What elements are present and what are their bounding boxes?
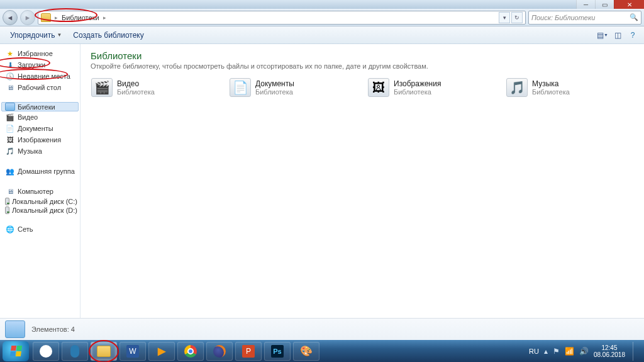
library-item[interactable]: 🎵МузыкаБиблиотека xyxy=(506,76,619,99)
organize-label: Упорядочить xyxy=(10,31,55,40)
taskbar-app-photoshop[interactable]: Ps xyxy=(264,342,291,361)
taskbar-app-yandex[interactable] xyxy=(33,342,59,361)
sidebar-favorites[interactable]: ★Избранное xyxy=(1,48,79,59)
command-toolbar: Упорядочить ▼ Создать библиотеку ▤▼ ◫ ? xyxy=(0,26,644,44)
tray-volume-icon[interactable]: 🔊 xyxy=(579,347,589,356)
explorer-window: ─ ▭ ✕ ◄ ► ▸ Библиотеки ▸ ▾ ↻ Поиск: Библ… xyxy=(0,0,644,340)
nav-back-button[interactable]: ◄ xyxy=(3,10,18,25)
search-placeholder: Поиск: Библиотеки xyxy=(531,14,595,21)
breadcrumb-sep-icon: ▸ xyxy=(103,14,106,21)
documents-label: Документы xyxy=(18,125,53,132)
downloads-label: Загрузки xyxy=(18,61,45,69)
library-item[interactable]: 🎬ВидеоБиблиотека xyxy=(91,76,204,99)
library-item[interactable]: 🖼ИзображенияБиблиотека xyxy=(367,76,480,99)
sidebar-recent[interactable]: 🕓Недавние места xyxy=(1,71,79,82)
search-icon: 🔍 xyxy=(630,13,638,21)
address-dropdown-button[interactable]: ▾ xyxy=(499,12,510,23)
star-icon: ★ xyxy=(5,48,15,59)
library-item-name: Музыка xyxy=(532,79,570,88)
library-item-sub: Библиотека xyxy=(255,88,294,96)
download-icon: ⬇ xyxy=(5,60,15,70)
library-icon: 🎬 xyxy=(91,76,113,99)
paint-icon: 🎨 xyxy=(300,345,313,357)
system-tray: RU ▴ ⚑ 📶 🔊 12:45 08.06.2018 xyxy=(529,342,641,361)
nav-forward-button[interactable]: ► xyxy=(20,10,35,25)
libraries-icon xyxy=(41,13,51,22)
refresh-button[interactable]: ↻ xyxy=(511,12,523,23)
status-icon xyxy=(5,320,25,338)
taskbar-app-firefox[interactable] xyxy=(206,342,233,361)
organize-button[interactable]: Упорядочить ▼ xyxy=(5,30,67,41)
content-pane: Библиотеки Откройте библиотеку, чтобы пр… xyxy=(80,44,644,318)
desktop-label: Рабочий стол xyxy=(18,84,61,91)
library-item-sub: Библиотека xyxy=(394,88,441,96)
page-subtitle: Откройте библиотеку, чтобы просмотреть ф… xyxy=(91,62,634,70)
favorites-label: Избранное xyxy=(18,50,53,57)
taskbar-app-explorer[interactable] xyxy=(91,342,117,361)
help-button[interactable]: ? xyxy=(626,29,639,42)
taskbar-app-powerpoint[interactable]: P xyxy=(235,342,262,361)
homegroup-label: Домашняя группа xyxy=(18,167,75,175)
start-button[interactable] xyxy=(3,341,29,361)
sidebar-pictures[interactable]: 🖼Изображения xyxy=(1,134,79,145)
sidebar-music[interactable]: 🎵Музыка xyxy=(1,145,79,157)
clock[interactable]: 12:45 08.06.2018 xyxy=(594,344,625,358)
sidebar-homegroup[interactable]: 👥Домашняя группа xyxy=(1,166,79,177)
taskbar-app-chrome[interactable] xyxy=(177,342,204,361)
titlebar: ─ ▭ ✕ xyxy=(0,0,644,9)
sidebar-libraries[interactable]: Библиотеки xyxy=(1,102,79,111)
navigation-pane: ★Избранное ⬇Загрузки 🕓Недавние места 🖥Ра… xyxy=(0,44,80,318)
explorer-icon xyxy=(97,346,111,357)
yandex-icon xyxy=(40,345,52,358)
document-icon: 📄 xyxy=(5,123,15,133)
video-label: Видео xyxy=(18,113,38,121)
computer-label: Компьютер xyxy=(18,188,53,195)
sidebar-network[interactable]: 🌐Сеть xyxy=(1,223,79,235)
sidebar-video[interactable]: 🎬Видео xyxy=(1,111,79,123)
library-item-name: Видео xyxy=(117,79,155,88)
tray-network-icon[interactable]: 📶 xyxy=(565,347,574,356)
view-options-button[interactable]: ▤▼ xyxy=(596,29,609,42)
close-button[interactable]: ✕ xyxy=(614,0,644,9)
computer-icon: 🖥 xyxy=(5,186,15,196)
sidebar-downloads[interactable]: ⬇Загрузки xyxy=(1,59,79,71)
new-library-label: Создать библиотеку xyxy=(73,31,143,40)
preview-pane-button[interactable]: ◫ xyxy=(611,29,624,42)
library-item-sub: Библиотека xyxy=(532,88,570,96)
search-input[interactable]: Поиск: Библиотеки 🔍 xyxy=(528,11,641,25)
library-item-name: Изображения xyxy=(394,79,441,88)
sidebar-documents[interactable]: 📄Документы xyxy=(1,123,79,134)
maximize-button[interactable]: ▭ xyxy=(595,0,614,9)
sidebar-desktop[interactable]: 🖥Рабочий стол xyxy=(1,82,79,93)
breadcrumb-libraries[interactable]: Библиотеки xyxy=(62,14,99,21)
new-library-button[interactable]: Создать библиотеку xyxy=(68,30,148,41)
taskbar-app-mic[interactable] xyxy=(62,342,88,361)
language-indicator[interactable]: RU xyxy=(529,348,539,355)
chrome-icon xyxy=(184,345,197,358)
tray-chevron-icon[interactable]: ▴ xyxy=(544,347,548,356)
firefox-icon xyxy=(213,345,226,358)
address-bar[interactable]: ▸ Библиотеки ▸ ▾ ↻ xyxy=(38,11,526,25)
taskbar: W ▶ P Ps 🎨 RU ▴ ⚑ 📶 🔊 12:45 08.06.2018 xyxy=(0,340,644,362)
library-item[interactable]: 📄ДокументыБиблиотека xyxy=(229,76,342,99)
homegroup-icon: 👥 xyxy=(5,166,15,176)
taskbar-app-paint[interactable]: 🎨 xyxy=(293,342,319,361)
recent-icon: 🕓 xyxy=(5,71,15,81)
word-icon: W xyxy=(126,345,139,358)
disk-c-label: Локальный диск (C:) xyxy=(12,198,77,205)
pictures-icon: 🖼 xyxy=(5,135,15,145)
network-icon: 🌐 xyxy=(5,224,15,234)
powerpoint-icon: P xyxy=(242,345,255,358)
show-desktop-button[interactable] xyxy=(633,342,639,361)
breadcrumb-sep-icon: ▸ xyxy=(55,14,58,21)
network-label: Сеть xyxy=(18,225,33,233)
taskbar-app-wmp[interactable]: ▶ xyxy=(148,342,175,361)
sidebar-computer[interactable]: 🖥Компьютер xyxy=(1,186,79,197)
minimize-button[interactable]: ─ xyxy=(576,0,595,9)
sidebar-disk-c[interactable]: Локальный диск (C:) xyxy=(1,197,79,206)
chevron-down-icon: ▼ xyxy=(57,32,62,38)
pictures-label: Изображения xyxy=(18,136,61,144)
tray-flag-icon[interactable]: ⚑ xyxy=(553,347,560,356)
sidebar-disk-d[interactable]: Локальный диск (D:) xyxy=(1,206,79,215)
taskbar-app-word[interactable]: W xyxy=(119,342,146,361)
